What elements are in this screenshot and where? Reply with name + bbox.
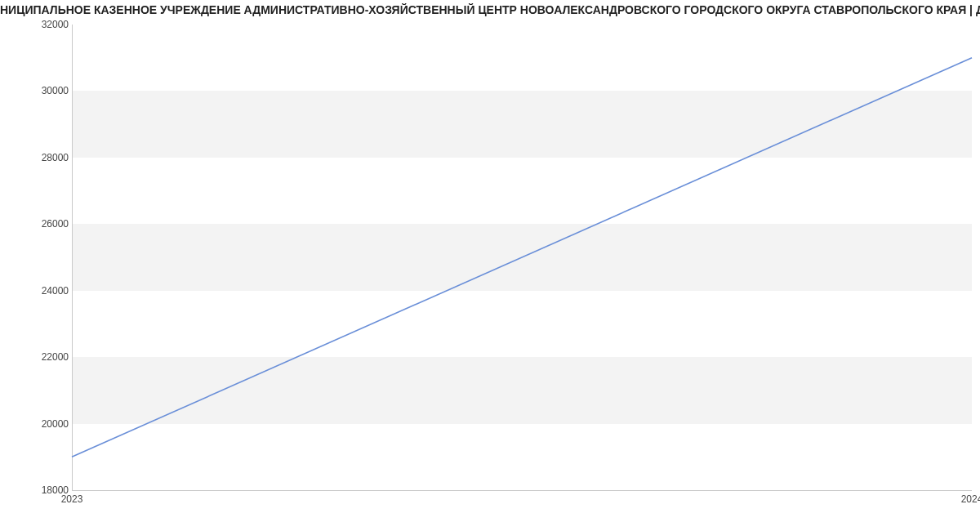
y-tick-label: 30000 xyxy=(11,85,69,96)
line-chart: НИЦИПАЛЬНОЕ КАЗЕННОЕ УЧРЕЖДЕНИЕ АДМИНИСТ… xyxy=(0,0,980,531)
y-tick-label: 22000 xyxy=(11,351,69,363)
data-line xyxy=(72,25,972,490)
y-tick-label: 24000 xyxy=(11,285,69,297)
y-tick-label: 18000 xyxy=(11,484,69,496)
x-tick-label: 2023 xyxy=(61,493,83,505)
y-tick-label: 32000 xyxy=(11,19,69,30)
y-tick-label: 20000 xyxy=(11,418,69,430)
x-axis xyxy=(72,490,972,491)
x-tick-label: 2024 xyxy=(961,493,980,505)
plot-area xyxy=(72,25,972,490)
y-tick-label: 28000 xyxy=(11,152,69,163)
chart-title: НИЦИПАЛЬНОЕ КАЗЕННОЕ УЧРЕЖДЕНИЕ АДМИНИСТ… xyxy=(0,3,980,16)
y-tick-label: 26000 xyxy=(11,218,69,230)
